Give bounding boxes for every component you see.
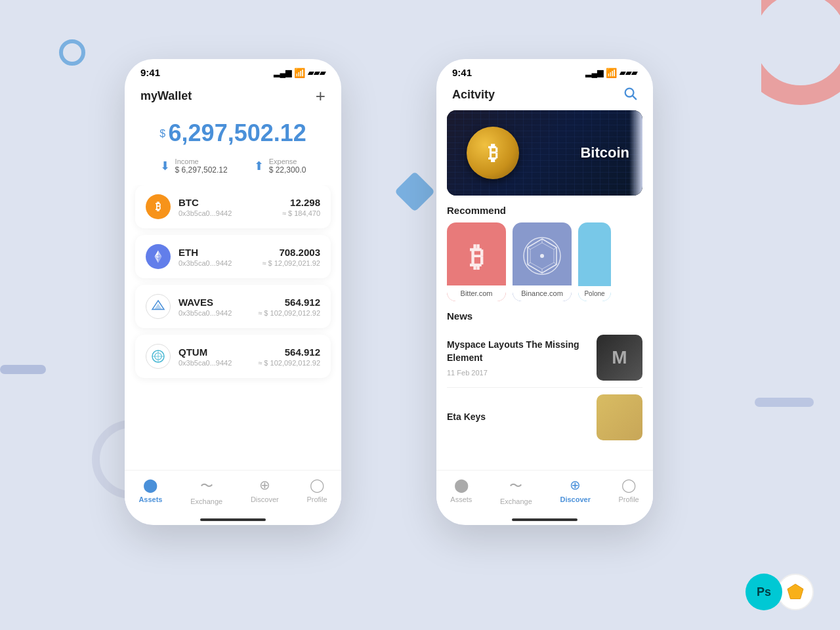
binance-label: Binance.com (513, 285, 572, 301)
waves-symbol: WAVES (178, 297, 258, 308)
wallet-stats: ⬇ Income $ 6,297,502.12 ⬆ Expense $ 22,3… (125, 158, 341, 185)
news-item-1[interactable]: Myspace Layouts The Missing Element 11 F… (436, 328, 653, 387)
recommend-card-bitter[interactable]: ₿ Bitter.com (447, 222, 506, 301)
wifi-icon-2: 📶 (606, 68, 617, 78)
tool-logos: Ps (746, 574, 814, 610)
eth-value: 708.2003 ≈ $ 12,092,021.92 (262, 247, 320, 267)
home-indicator-2 (512, 518, 578, 521)
qtum-usd: ≈ $ 102,092,012.92 (258, 359, 320, 367)
nav-discover-1[interactable]: ⊕ Discover (251, 477, 279, 505)
discover-label-2: Discover (560, 495, 590, 503)
bitter-bitcoin-icon: ₿ (470, 242, 484, 273)
svg-line-13 (633, 96, 636, 99)
nav-exchange-2[interactable]: 〜 Exchange (500, 477, 532, 505)
banner-edge (629, 110, 642, 196)
add-button[interactable]: + (316, 86, 326, 106)
activity-title: Acitvity (452, 88, 495, 102)
assets-icon-2: ⬤ (454, 477, 469, 493)
qtum-value: 564.912 ≈ $ 102,092,012.92 (258, 346, 320, 367)
income-icon: ⬇ (160, 159, 170, 173)
bitcoin-coin-icon: ₿ (467, 127, 519, 179)
status-icons-1: ▂▄▆ 📶 ▰▰▰ (274, 68, 326, 78)
income-stat: ⬇ Income $ 6,297,502.12 (160, 158, 228, 175)
bottom-nav-2: ⬤ Assets 〜 Exchange ⊕ Discover ◯ Profile (436, 470, 653, 518)
btc-usd: ≈ $ 184,470 (282, 209, 320, 217)
bg-decoration-circle (59, 39, 85, 66)
wallet-header: myWallet + (125, 82, 341, 113)
recommend-list: ₿ Bitter.com Binance.com (436, 222, 653, 310)
news-content-1: Myspace Layouts The Missing Element 11 F… (447, 339, 589, 376)
nav-discover-2[interactable]: ⊕ Discover (560, 477, 590, 505)
nav-profile-1[interactable]: ◯ Profile (306, 477, 327, 505)
eth-info: ETH 0x3b5ca0...9442 (178, 247, 262, 267)
photoshop-logo: Ps (746, 574, 782, 610)
recommend-section-title: Recommend (436, 205, 653, 222)
news-thumb-2 (597, 394, 642, 440)
phone-activity: 9:41 ▂▄▆ 📶 ▰▰▰ Acitvity ₿ Bitcoin Recomm… (436, 59, 653, 525)
nav-assets-2[interactable]: ⬤ Assets (450, 477, 472, 505)
btc-address: 0x3b5ca0...9442 (178, 209, 282, 217)
search-button[interactable] (623, 86, 637, 104)
signal-icon: ▂▄▆ (274, 68, 291, 77)
status-time-2: 9:41 (452, 67, 472, 78)
bg-decoration-bar-left (0, 365, 46, 374)
sketch-icon (786, 582, 805, 602)
recommend-card-polone[interactable]: Polone (578, 222, 611, 301)
status-bar-2: 9:41 ▂▄▆ 📶 ▰▰▰ (436, 59, 653, 82)
polone-label: Polone (578, 286, 611, 301)
eth-logo (146, 244, 171, 269)
expense-icon: ⬆ (254, 159, 264, 173)
qtum-info: QTUM 0x3b5ca0...9442 (178, 346, 258, 367)
btc-logo: ₿ (146, 194, 171, 219)
waves-usd: ≈ $ 102,092,012.92 (258, 309, 320, 317)
btc-symbol: BTC (178, 197, 282, 208)
balance-amount: 6,297,502.12 (169, 119, 306, 146)
nav-profile-2[interactable]: ◯ Profile (619, 477, 639, 505)
coin-item-eth[interactable]: ETH 0x3b5ca0...9442 708.2003 ≈ $ 12,092,… (135, 235, 331, 278)
waves-info: WAVES 0x3b5ca0...9442 (178, 297, 258, 317)
bg-decoration-diamond (394, 171, 435, 212)
news-thumb-letter: M (612, 347, 627, 368)
waves-value: 564.912 ≈ $ 102,092,012.92 (258, 297, 320, 317)
qtum-amount: 564.912 (258, 346, 320, 358)
status-bar-1: 9:41 ▂▄▆ 📶 ▰▰▰ (125, 59, 341, 82)
expense-label: Expense (269, 158, 306, 165)
expense-stat: ⬆ Expense $ 22,300.0 (254, 158, 306, 175)
signal-icon-2: ▂▄▆ (585, 68, 603, 77)
bitcoin-banner[interactable]: ₿ Bitcoin (447, 110, 642, 196)
nav-assets-1[interactable]: ⬤ Assets (138, 477, 162, 505)
news-title-1: Myspace Layouts The Missing Element (447, 339, 589, 364)
bitter-label: Bitter.com (447, 285, 506, 301)
discover-icon-2: ⊕ (570, 477, 581, 493)
btc-info: BTC 0x3b5ca0...9442 (178, 197, 282, 217)
expense-value: $ 22,300.0 (269, 165, 306, 175)
exchange-label-2: Exchange (500, 497, 532, 505)
profile-label-2: Profile (619, 495, 639, 503)
home-indicator-1 (200, 518, 266, 521)
assets-label: Assets (138, 495, 162, 503)
news-date-1: 11 Feb 2017 (447, 369, 589, 377)
coin-item-waves[interactable]: WAVES 0x3b5ca0...9442 564.912 ≈ $ 102,09… (135, 285, 331, 328)
assets-label-2: Assets (450, 495, 472, 503)
nav-exchange-1[interactable]: 〜 Exchange (190, 477, 222, 505)
wallet-title: myWallet (140, 89, 192, 103)
bg-decoration-arc (735, 0, 840, 105)
svg-point-17 (540, 254, 544, 258)
battery-icon: ▰▰▰ (308, 68, 326, 77)
profile-label-1: Profile (306, 495, 327, 503)
battery-icon-2: ▰▰▰ (620, 68, 637, 77)
discover-label: Discover (251, 495, 279, 503)
coin-item-qtum[interactable]: QTUM 0x3b5ca0...9442 564.912 ≈ $ 102,092… (135, 335, 331, 378)
recommend-card-binance[interactable]: Binance.com (513, 222, 572, 301)
btc-value: 12.298 ≈ $ 184,470 (282, 197, 320, 217)
wifi-icon: 📶 (294, 68, 305, 78)
exchange-label: Exchange (190, 497, 222, 505)
discover-icon: ⊕ (259, 477, 270, 493)
coin-item-btc[interactable]: ₿ BTC 0x3b5ca0...9442 12.298 ≈ $ 184,470 (135, 185, 331, 228)
balance-dollar-sign: $ (159, 128, 165, 139)
exchange-icon: 〜 (200, 477, 213, 495)
coin-list: ₿ BTC 0x3b5ca0...9442 12.298 ≈ $ 184,470… (125, 185, 341, 470)
eth-address: 0x3b5ca0...9442 (178, 259, 262, 267)
news-item-2[interactable]: Eta Keys (436, 388, 653, 447)
waves-amount: 564.912 (258, 297, 320, 308)
